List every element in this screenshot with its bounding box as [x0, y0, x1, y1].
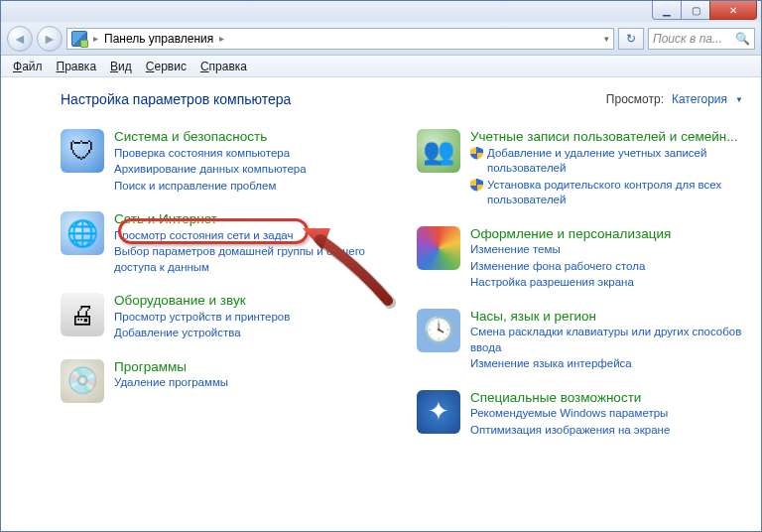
cat-title-clock[interactable]: Часы, язык и регион — [470, 309, 743, 325]
cat-title-personalization[interactable]: Оформление и персонализация — [470, 226, 671, 242]
cat-link[interactable]: Смена раскладки клавиатуры или других сп… — [470, 325, 743, 355]
menu-help[interactable]: Справка — [194, 58, 253, 75]
navigation-bar: ◄ ► ▸ Панель управления ▸ ▾ ↻ Поиск в па… — [1, 22, 761, 56]
breadcrumb-root[interactable]: Панель управления — [104, 32, 213, 46]
page-title: Настройка параметров компьютера — [61, 91, 291, 107]
close-button[interactable]: ✕ — [709, 1, 757, 20]
menu-edit[interactable]: Правка — [51, 58, 103, 75]
heading-row: Настройка параметров компьютера Просмотр… — [61, 91, 743, 107]
breadcrumb-sep: ▸ — [93, 33, 98, 44]
cat-link[interactable]: Проверка состояния компьютера — [114, 146, 307, 162]
chevron-down-icon[interactable]: ▼ — [735, 95, 743, 104]
cat-title-programs[interactable]: Программы — [114, 359, 228, 375]
system-security-icon: 🛡 — [61, 129, 104, 173]
user-accounts-icon: 👥 — [417, 129, 460, 173]
cat-hardware-sound: 🖨 Оборудование и звук Просмотр устройств… — [61, 293, 387, 341]
breadcrumb-sep[interactable]: ▸ — [219, 33, 224, 44]
ease-of-access-icon: ✦ — [417, 390, 460, 434]
window-controls: ▁ ▢ ✕ — [653, 1, 757, 20]
cat-link-shielded[interactable]: Добавление и удаление учетных записей по… — [470, 146, 743, 177]
uac-shield-icon — [470, 179, 483, 192]
view-by: Просмотр: Категория ▼ — [606, 92, 743, 106]
cat-ease-of-access: ✦ Специальные возможности Рекомендуемые … — [417, 390, 743, 439]
cat-link[interactable]: Выбор параметров домашней группы и общег… — [114, 244, 387, 275]
programs-icon: 💿 — [61, 359, 104, 403]
column-right: 👥 Учетные записи пользователей и семейн.… — [417, 129, 743, 438]
personalization-icon — [417, 226, 460, 270]
cat-link[interactable]: Изменение языка интерфейса — [470, 356, 743, 372]
address-dropdown-icon[interactable]: ▾ — [604, 34, 609, 44]
cat-title-users[interactable]: Учетные записи пользователей и семейн... — [470, 129, 743, 145]
cat-title-network[interactable]: Сеть и Интернет — [114, 211, 387, 227]
search-input[interactable]: Поиск в па... 🔍 — [648, 28, 755, 50]
cat-link[interactable]: Архивирование данных компьютера — [114, 162, 307, 178]
cat-personalization: Оформление и персонализация Изменение те… — [417, 226, 743, 291]
refresh-button[interactable]: ↻ — [618, 28, 644, 50]
view-by-label: Просмотр: — [606, 92, 664, 106]
clock-icon: 🕓 — [417, 309, 460, 352]
hardware-icon: 🖨 — [61, 293, 104, 336]
cat-system-security: 🛡 Система и безопасность Проверка состоя… — [61, 129, 387, 194]
cat-link[interactable]: Рекомендуемые Windows параметры — [470, 406, 670, 422]
menu-file[interactable]: Файл — [7, 58, 49, 75]
cat-link[interactable]: Поиск и исправление проблем — [114, 179, 307, 195]
back-button[interactable]: ◄ — [7, 26, 33, 52]
minimize-button[interactable]: ▁ — [652, 1, 682, 20]
menu-service[interactable]: Сервис — [140, 58, 192, 75]
cat-link[interactable]: Просмотр устройств и принтеров — [114, 310, 290, 326]
cat-link-shielded[interactable]: Установка родительского контроля для все… — [470, 178, 743, 208]
forward-button[interactable]: ► — [37, 26, 63, 52]
column-left: 🛡 Система и безопасность Проверка состоя… — [61, 129, 387, 438]
network-icon: 🌐 — [61, 211, 104, 255]
menu-view[interactable]: Вид — [104, 58, 138, 75]
cat-user-accounts: 👥 Учетные записи пользователей и семейн.… — [417, 129, 743, 208]
cat-clock-region: 🕓 Часы, язык и регион Смена раскладки кл… — [417, 309, 743, 372]
cat-network-internet: 🌐 Сеть и Интернет Просмотр состояния сет… — [61, 211, 387, 275]
title-bar: ▁ ▢ ✕ — [1, 1, 761, 22]
cat-title-ease[interactable]: Специальные возможности — [470, 390, 670, 406]
category-columns: 🛡 Система и безопасность Проверка состоя… — [61, 129, 743, 438]
view-by-value[interactable]: Категория — [672, 92, 727, 106]
address-bar[interactable]: ▸ Панель управления ▸ ▾ — [66, 28, 614, 50]
maximize-button[interactable]: ▢ — [681, 1, 710, 20]
uac-shield-icon — [470, 147, 483, 160]
control-panel-icon — [71, 31, 87, 47]
search-placeholder: Поиск в па... — [653, 32, 722, 46]
content-area: Настройка параметров компьютера Просмотр… — [1, 77, 761, 531]
cat-link[interactable]: Добавление устройства — [114, 326, 290, 341]
search-icon: 🔍 — [735, 32, 750, 46]
cat-link[interactable]: Изменение темы — [470, 242, 671, 258]
cat-link[interactable]: Просмотр состояния сети и задач — [114, 228, 387, 244]
menu-bar: Файл Правка Вид Сервис Справка — [1, 56, 761, 77]
cat-title-hardware[interactable]: Оборудование и звук — [114, 293, 290, 309]
cat-title-system-security[interactable]: Система и безопасность — [114, 129, 307, 145]
cat-link[interactable]: Изменение фона рабочего стола — [470, 259, 671, 275]
cat-link[interactable]: Удаление программы — [114, 375, 228, 391]
cat-link[interactable]: Оптимизация изображения на экране — [470, 423, 670, 439]
cat-programs: 💿 Программы Удаление программы — [61, 359, 387, 403]
cat-link[interactable]: Настройка разрешения экрана — [470, 275, 671, 291]
